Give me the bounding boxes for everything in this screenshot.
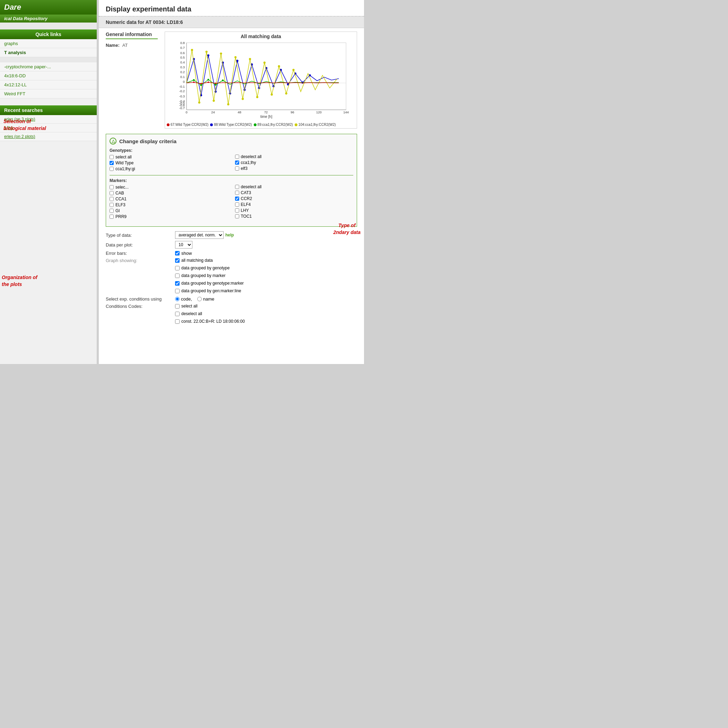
graph-option-0[interactable]: all matching data [175,258,213,263]
select-exp-label: Select exp. conditions using [106,297,175,301]
checkbox-elf4[interactable]: ELF4 [235,202,353,207]
sidebar-item-t-analysis[interactable]: T analysis [0,48,97,57]
checkbox-toc1-input[interactable] [235,214,239,219]
graph-option-4[interactable]: data grouped by gen:marker:line [175,288,241,293]
data-per-plot-select[interactable]: 10 [175,241,193,249]
conditions-options: select all deselect all const. 22.0C:B+R… [175,304,245,325]
svg-text:-0.3: -0.3 [179,94,185,98]
error-bars-checkbox[interactable] [175,251,180,255]
legend-item-0: 67:Wild Type:CCR2(W2) [167,123,208,127]
checkbox-prr9-input[interactable] [110,214,114,219]
radio-name-input[interactable] [197,297,202,301]
checkbox-lhy-input[interactable] [235,208,239,213]
svg-point-54 [256,96,258,98]
svg-text:0.8: 0.8 [180,41,185,45]
conditions-option-2-input[interactable] [175,319,180,324]
checkbox-lhy[interactable]: LHY [235,208,353,213]
checkbox-cat3[interactable]: CAT3 [235,190,353,195]
svg-text:-0.7: -0.7 [179,106,185,110]
checkbox-cca1[interactable]: CCA1 [110,197,228,202]
svg-point-46 [198,102,200,104]
checkbox-select-all-genotype-input[interactable] [110,155,114,159]
conditions-option-0-input[interactable] [175,304,180,309]
graph-option-1-input[interactable] [175,266,180,271]
svg-text:0.4: 0.4 [180,60,185,64]
type-of-data-label: Type of data: [106,232,175,238]
svg-point-49 [220,52,222,54]
checkbox-deselect-markers-input[interactable] [235,185,239,189]
checkbox-cat3-input[interactable] [235,191,239,195]
checkbox-gi-input[interactable] [110,209,114,213]
recent-item-2[interactable]: eries (on 2 plots) [0,132,97,141]
checkbox-elf3-genotype[interactable]: elf3 [235,166,353,171]
type-of-data-select[interactable]: averaged det. norm. [175,231,223,239]
checkbox-cab[interactable]: CAB [110,191,228,196]
svg-point-48 [213,99,214,102]
checkbox-deselect-all-genotype-input[interactable] [235,154,239,159]
graph-option-4-input[interactable] [175,289,180,293]
svg-point-47 [206,50,208,53]
error-bars-value: show [175,251,192,256]
general-info-panel: General information Name: AT [106,32,158,128]
graph-option-3[interactable]: data grouped by genotype:marker [175,281,244,286]
conditions-option-1-input[interactable] [175,312,180,316]
checkbox-wild-type[interactable]: Wild Type [110,161,228,165]
checkbox-cca1-lhy-gi-input[interactable] [110,167,114,171]
conditions-option-1[interactable]: deselect all [175,311,202,316]
svg-text:72: 72 [264,110,268,114]
radio-code[interactable]: code, [175,297,192,301]
sidebar-item-graphs[interactable]: graphs [0,39,97,48]
graph-showing-options: all matching data data grouped by genoty… [175,258,244,294]
sidebar-spacer-1 [0,57,97,63]
criteria-panel: △ Change display criteria Genotypes: sel… [106,134,357,227]
checkbox-cca1-lhy-gi[interactable]: cca1;lhy:gi [110,167,228,171]
chart-legend: 67:Wild Type:CCR2(W2) 88:Wild Type:CCR2(… [167,123,355,127]
checkbox-cca1-lhy[interactable]: cca1;lhy [235,160,353,165]
svg-point-65 [193,81,194,83]
type-of-data-row: Type of data: averaged det. norm. help [106,231,357,239]
select-exp-row: Select exp. conditions using code, name [106,297,357,301]
info-chart-row: General information Name: AT All matchin… [99,28,364,132]
checkbox-cca1-lhy-input[interactable] [235,161,239,165]
checkbox-cab-input[interactable] [110,191,114,195]
sidebar-item-weirdfft[interactable]: Weird FFT [0,89,97,98]
checkbox-marker-select[interactable]: selec... [110,185,228,190]
checkbox-select-all-genotype[interactable]: select all [110,154,228,159]
markers-right-col: deselect all CAT3 CCR2 ELF4 LHY [235,178,353,220]
graph-option-1[interactable]: data grouped by genotype [175,266,229,271]
checkbox-elf3-genotype-input[interactable] [235,167,239,171]
checkbox-marker-select-input[interactable] [110,185,114,189]
radio-code-input[interactable] [175,297,180,301]
divider-1 [110,175,353,176]
conditions-option-0[interactable]: select all [175,304,197,309]
conditions-option-2[interactable]: const. 22.0C:B+R: LD 18:00:06:00 [175,319,245,324]
sidebar-item-4x18[interactable]: 4x18:6-DD [0,72,97,80]
checkbox-toc1[interactable]: TOC1 [235,214,353,219]
checkbox-elf4-input[interactable] [235,202,239,206]
svg-text:48: 48 [238,110,241,114]
checkbox-prr9[interactable]: PRR9 [110,214,228,219]
sidebar-item-4x12[interactable]: 4x12:12-LL [0,80,97,89]
help-link[interactable]: help [225,232,234,237]
checkbox-wild-type-input[interactable] [110,161,114,165]
sidebar-item-cryptochrome[interactable]: -cryptochrome paper-... [0,63,97,72]
graph-option-2-input[interactable] [175,274,180,278]
checkbox-deselect-markers[interactable]: deselect all [235,184,353,189]
graph-option-3-input[interactable] [175,281,180,286]
checkbox-ccr2-input[interactable] [235,197,239,201]
checkbox-cca1-input[interactable] [110,197,114,201]
graph-option-2[interactable]: data grouped by marker [175,273,225,278]
checkbox-elf3-marker-input[interactable] [110,203,114,207]
svg-point-57 [278,65,280,67]
svg-point-52 [242,98,244,100]
checkbox-ccr2[interactable]: CCR2 [235,196,353,201]
svg-text:0: 0 [183,80,185,84]
error-bars-label: Error bars: [106,251,175,256]
checkbox-deselect-all-genotype[interactable]: deselect all [235,154,353,159]
main-content: Display experimental data Numeric data f… [99,0,364,364]
checkbox-elf3-marker[interactable]: ELF3 [110,202,228,207]
graph-option-0-input[interactable] [175,258,180,263]
radio-name[interactable]: name [197,297,214,301]
checkbox-gi[interactable]: GI [110,208,228,213]
svg-point-66 [200,83,202,84]
